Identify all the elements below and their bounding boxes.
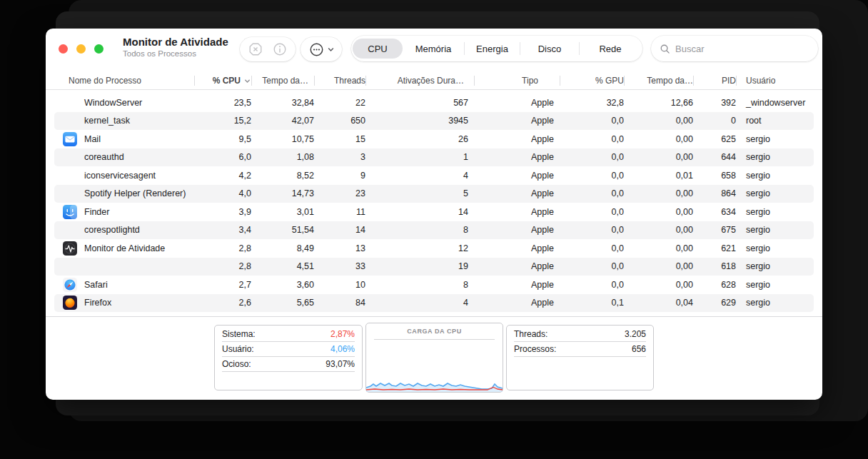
column-header-gpu-time[interactable]: Tempo da…	[624, 71, 693, 90]
user-value: sergio	[736, 243, 805, 253]
column-header-gpu-percent[interactable]: % GPU	[560, 71, 624, 90]
column-header-name[interactable]: Nome do Processo	[54, 71, 194, 90]
cpu-percent-value: 2,8	[194, 261, 251, 271]
user-value: sergio	[736, 152, 805, 162]
activity-monitor-window: Monitor de Atividade Todos os Processos	[46, 29, 822, 400]
user-value: sergio	[736, 298, 805, 308]
table-row[interactable]: Monitor de Atividade2,88,491312Apple0,00…	[54, 239, 814, 258]
gpu-time-value: 0,00	[624, 261, 693, 271]
threads-value: 650	[314, 116, 365, 126]
footer-divider	[46, 316, 822, 317]
search-field[interactable]	[651, 36, 818, 61]
column-header-label: PID	[722, 76, 736, 86]
cpu-percent-value: 2,6	[194, 298, 251, 308]
type-value: Apple	[474, 261, 560, 271]
pid-value: 658	[693, 171, 736, 181]
table-row[interactable]: Safari2,73,60108Apple0,00,00628sergio	[54, 276, 814, 294]
gpu-time-value: 0,00	[624, 188, 693, 198]
pid-value: 621	[693, 243, 736, 253]
column-header-label: Tempo da…	[647, 76, 693, 86]
process-name: Finder	[80, 207, 194, 217]
type-value: Apple	[474, 188, 560, 198]
type-value: Apple	[474, 98, 560, 108]
column-header-threads[interactable]: Threads	[314, 71, 365, 90]
idle-wakeups-value: 4	[365, 171, 474, 181]
process-count-value: 3.205	[625, 329, 646, 339]
safari-app-icon	[54, 278, 80, 292]
column-header-label: Tempo da…	[262, 76, 308, 86]
cpu-load-panel: CARGA DA CPU	[365, 323, 503, 393]
minimize-button[interactable]	[76, 44, 86, 54]
cpu-time-value: 5,65	[251, 298, 314, 308]
column-header-idle-wakeups[interactable]: Ativações Dura…	[365, 71, 474, 90]
cpu-load-separator	[374, 339, 495, 340]
table-row[interactable]: corespotlightd3,451,54148Apple0,00,00675…	[54, 221, 814, 240]
more-options-button[interactable]	[301, 37, 342, 61]
gpu-time-value: 0,00	[624, 134, 693, 144]
close-button[interactable]	[59, 44, 68, 54]
tab-cpu[interactable]: CPU	[353, 39, 403, 59]
process-name: Firefox	[80, 298, 194, 308]
table-row[interactable]: 2,84,513319Apple0,00,00618sergio	[54, 258, 814, 276]
tab-energia[interactable]: Energia	[465, 39, 520, 59]
tab-disco[interactable]: Disco	[520, 39, 579, 59]
process-name: corespotlightd	[80, 225, 194, 235]
cpu-percent-value: 4,2	[194, 171, 251, 181]
gpu-percent-value: 0,1	[560, 298, 624, 308]
type-value: Apple	[474, 225, 560, 235]
idle-wakeups-value: 19	[365, 261, 474, 271]
cpu-time-value: 10,75	[251, 134, 314, 144]
gpu-percent-value: 0,0	[560, 188, 624, 198]
cpu-time-value: 1,08	[251, 152, 314, 162]
table-row[interactable]: coreauthd6,01,0831Apple0,00,00644sergio	[54, 148, 814, 167]
column-header-label: Ativações Dura…	[398, 76, 464, 86]
table-row[interactable]: iconservicesagent4,28,5294Apple0,00,0165…	[54, 166, 814, 185]
gpu-time-value: 0,00	[624, 280, 693, 290]
idle-wakeups-value: 14	[365, 207, 474, 217]
pid-value: 625	[693, 134, 736, 144]
column-header-type[interactable]: Tipo	[474, 71, 560, 90]
user-value: sergio	[736, 188, 805, 198]
table-row[interactable]: Spotify Helper (Renderer)4,014,73235Appl…	[54, 185, 814, 203]
table-row[interactable]: Mail9,510,751526Apple0,00,00625sergio	[54, 130, 814, 148]
threads-value: 9	[314, 171, 365, 181]
pid-value: 864	[693, 188, 736, 198]
tab-memoria[interactable]: Memória	[403, 39, 464, 59]
process-actions-group	[240, 37, 296, 61]
table-row[interactable]: kernel_task15,242,076503945Apple0,00,000…	[54, 112, 814, 131]
cpu-usage-value: 93,07%	[326, 359, 355, 369]
cpu-time-value: 42,07	[251, 116, 314, 126]
gpu-percent-value: 0,0	[560, 171, 624, 181]
cpu-time-value: 8,52	[251, 171, 314, 181]
gpu-time-value: 0,00	[624, 152, 693, 162]
cpu-time-value: 32,84	[251, 98, 314, 108]
search-icon	[660, 44, 670, 54]
process-name: Mail	[80, 134, 194, 144]
column-header-cpu-time[interactable]: Tempo da…	[251, 71, 314, 90]
process-name: iconservicesagent	[80, 171, 194, 181]
zoom-button[interactable]	[94, 44, 104, 54]
column-header-label: Usuário	[746, 76, 775, 86]
table-row[interactable]: Finder3,93,011114Apple0,00,00634sergio	[54, 203, 814, 221]
type-value: Apple	[474, 280, 560, 290]
cpu-usage-row: Ocioso:93,07%	[222, 357, 355, 372]
column-header-pid[interactable]: PID	[693, 71, 736, 90]
finder-app-icon	[54, 205, 80, 219]
table-row[interactable]: Firefox2,65,65844Apple0,10,04629sergio	[54, 294, 814, 313]
firefox-app-icon	[54, 296, 80, 310]
sort-chevron-icon	[243, 77, 251, 85]
column-header-user[interactable]: Usuário	[736, 71, 805, 90]
desktop: Monitor de Atividade Todos os Processos	[0, 0, 868, 459]
process-count-value: 656	[632, 344, 646, 354]
column-header-label: Threads	[334, 76, 365, 86]
user-value: root	[736, 116, 805, 126]
tab-rede[interactable]: Rede	[580, 39, 641, 59]
stop-process-button[interactable]	[248, 41, 263, 57]
column-header-cpu-percent[interactable]: % CPU	[194, 71, 251, 90]
process-name: Safari	[80, 280, 194, 290]
table-row[interactable]: WindowServer23,532,8422567Apple32,812,66…	[54, 94, 814, 112]
search-input[interactable]	[675, 44, 809, 54]
idle-wakeups-value: 8	[365, 280, 474, 290]
inspect-process-button[interactable]	[272, 41, 288, 57]
idle-wakeups-value: 12	[365, 243, 474, 253]
